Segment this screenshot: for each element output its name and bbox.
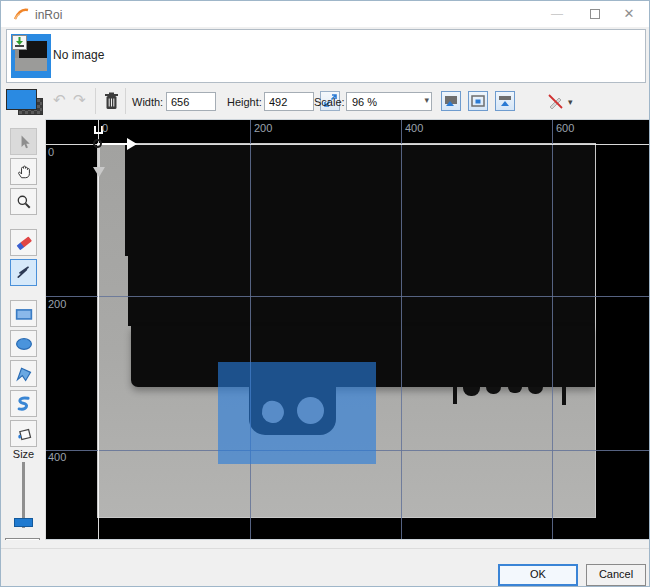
gridline-x600 (552, 120, 553, 540)
zoom-fit-region-button[interactable] (495, 91, 515, 111)
freeform-region-tool-button[interactable] (10, 390, 37, 417)
y-axis-arrow (98, 145, 100, 167)
region-color-swatch (6, 89, 37, 110)
window-title: inRoi (35, 8, 62, 22)
clear-region-button[interactable] (104, 92, 119, 110)
scale-label: Scale: (314, 96, 345, 108)
origin-marker (93, 139, 102, 148)
brush-size-label: Size (1, 448, 46, 460)
fill-tool-button[interactable] (10, 420, 37, 447)
gridline-x400 (401, 120, 402, 540)
blob-icon (14, 395, 34, 413)
roi-region[interactable] (218, 362, 376, 464)
x-ruler-tick: 200 (254, 122, 272, 134)
rectangle-tool-button[interactable] (10, 300, 37, 327)
polygon-icon (14, 365, 34, 383)
zoom-fit-image-button[interactable] (441, 91, 461, 111)
maximize-icon (590, 9, 600, 19)
app-icon (13, 6, 30, 22)
freehand-draw-tool-button[interactable] (10, 259, 37, 286)
tool-palette: Size 32 (1, 119, 46, 541)
polygon-tool-button[interactable] (10, 360, 37, 387)
redo-button[interactable]: ↷ (73, 91, 86, 109)
x-axis-arrow (99, 143, 127, 145)
height-label: Height: (227, 96, 262, 108)
cursor-icon (15, 133, 33, 151)
width-label: Width: (132, 96, 163, 108)
roi-canvas[interactable]: 0 200 400 600 0 200 400 (46, 119, 649, 540)
maximize-button[interactable] (579, 1, 611, 27)
ellipse-icon (14, 335, 34, 353)
scale-value: 96 % (352, 96, 377, 108)
scale-select[interactable]: 96 % ▾ (346, 92, 432, 111)
brush-size-slider-handle[interactable] (14, 518, 33, 527)
no-image-status: No image (53, 48, 104, 62)
inroi-dialog: inRoi — ✕ No image (0, 0, 650, 587)
minimize-button[interactable]: — (541, 1, 573, 27)
y-axis-line (98, 120, 99, 540)
select-tool-button[interactable] (10, 128, 37, 155)
height-input[interactable] (264, 92, 314, 111)
eraser-tool-button[interactable] (10, 229, 37, 256)
rectangle-icon (14, 305, 34, 323)
ellipse-tool-button[interactable] (10, 330, 37, 357)
pencil-dropdown-icon[interactable]: ▾ (568, 97, 573, 107)
gridline-y200 (46, 296, 649, 297)
pan-tool-button[interactable] (10, 158, 37, 185)
undo-button[interactable]: ↶ (53, 91, 66, 109)
gridline-x200 (250, 120, 251, 540)
image-thumbnail[interactable] (11, 34, 51, 78)
zoom-tool-button[interactable] (10, 188, 37, 215)
image-preview-panel: No image (6, 29, 646, 83)
cancel-button[interactable]: Cancel (586, 564, 646, 586)
x-ruler-tick: 600 (556, 122, 574, 134)
close-icon: ✕ (624, 6, 635, 21)
chevron-down-icon: ▾ (424, 95, 429, 105)
y-ruler-tick: 400 (48, 451, 66, 463)
ok-button[interactable]: OK (498, 564, 578, 586)
y-ruler-tick: 0 (48, 146, 54, 158)
minimize-icon: — (551, 7, 563, 21)
pencil-color-button[interactable] (547, 93, 564, 110)
freehand-squiggle-icon (15, 264, 33, 282)
close-button[interactable]: ✕ (613, 1, 645, 27)
region-preview-swatch (6, 87, 44, 117)
zoom-actual-size-button[interactable] (468, 91, 488, 111)
width-input[interactable] (166, 92, 216, 111)
eraser-icon (14, 233, 34, 253)
x-ruler-tick: 0 (102, 122, 108, 134)
dialog-footer: OK Cancel (1, 540, 650, 587)
roi-toolbar: ↶ ↷ Width: Height: Scale: 96 % ▾ (1, 85, 650, 119)
paint-bucket-icon (14, 425, 34, 443)
y-ruler-tick: 200 (48, 298, 66, 310)
magnifier-icon (15, 193, 33, 211)
hand-icon (15, 163, 33, 181)
titlebar[interactable]: inRoi — ✕ (1, 1, 649, 27)
import-image-icon (12, 35, 27, 50)
x-ruler-tick: 400 (405, 122, 423, 134)
